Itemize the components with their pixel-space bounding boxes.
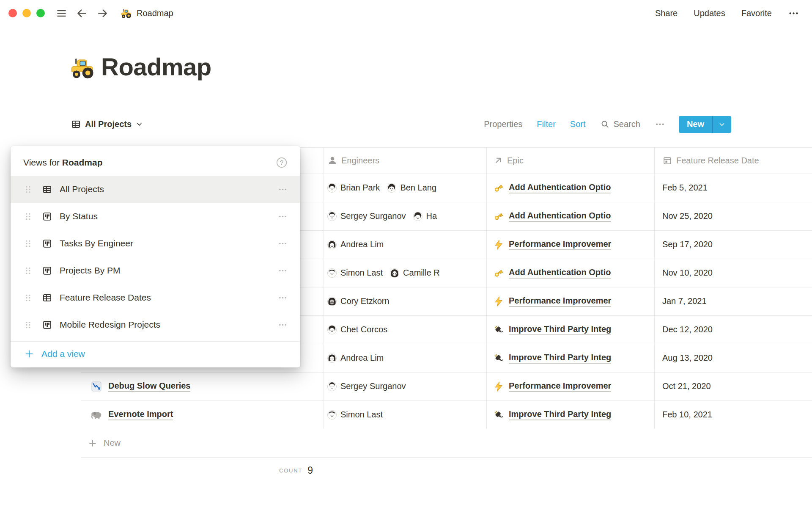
date-cell[interactable]: Dec 12, 2020 — [655, 316, 812, 344]
view-item-more-icon[interactable] — [278, 239, 288, 248]
view-item-more-icon[interactable] — [278, 320, 288, 330]
svg-text:?: ? — [280, 159, 283, 166]
new-button[interactable]: New — [679, 116, 731, 133]
engineers-cell[interactable]: Chet Corcos — [324, 316, 487, 344]
view-item-mobile-redesign-projects[interactable]: Mobile Redesign Projects — [11, 311, 300, 338]
back-arrow-icon[interactable] — [76, 7, 88, 19]
new-row-button[interactable]: New — [81, 429, 812, 458]
date-cell[interactable]: Feb 5, 2021 — [655, 174, 812, 202]
epic-cell[interactable]: Improve Third Party Integ — [487, 401, 655, 429]
engineers-cell[interactable]: Brian ParkBen Lang — [324, 174, 487, 202]
new-button-label[interactable]: New — [679, 116, 712, 133]
add-view-button[interactable]: Add a view — [11, 341, 300, 366]
engineers-cell[interactable]: Simon Last — [324, 401, 487, 429]
count-footer[interactable]: COUNT 9 — [81, 458, 324, 484]
engineers-cell[interactable]: Simon LastCamille R — [324, 259, 487, 287]
view-item-more-icon[interactable] — [278, 266, 288, 276]
date-cell[interactable]: Feb 10, 2021 — [655, 401, 812, 429]
search-button[interactable]: Search — [600, 119, 640, 129]
view-item-tasks-by-engineer[interactable]: Tasks By Engineer — [11, 230, 300, 257]
engineers-cell[interactable]: Andrea Lim — [324, 231, 487, 259]
date-value: Nov 25, 2020 — [662, 211, 713, 221]
date-cell[interactable]: Jan 7, 2021 — [655, 287, 812, 315]
properties-button[interactable]: Properties — [484, 119, 522, 129]
drag-handle-icon[interactable] — [23, 185, 33, 194]
drag-handle-icon[interactable] — [23, 239, 33, 248]
epic-cell[interactable]: Improve Third Party Integ — [487, 316, 655, 344]
epic-link[interactable]: Add Authentication Optio — [509, 211, 611, 222]
epic-cell[interactable]: Performance Improvemer — [487, 373, 655, 400]
minimize-window-button[interactable] — [22, 9, 31, 17]
drag-handle-icon[interactable] — [23, 293, 33, 303]
epic-cell[interactable]: Add Authentication Optio — [487, 174, 655, 202]
drag-handle-icon[interactable] — [23, 320, 33, 330]
view-item-feature-release-dates[interactable]: Feature Release Dates — [11, 284, 300, 311]
epic-link[interactable]: Improve Third Party Integ — [509, 409, 611, 420]
close-window-button[interactable] — [8, 9, 17, 17]
engineer-chip[interactable]: Chet Corcos — [327, 325, 387, 334]
more-options-icon[interactable] — [788, 8, 799, 19]
date-cell[interactable]: Aug 13, 2020 — [655, 344, 812, 372]
engineer-chip[interactable]: Andrea Lim — [327, 240, 384, 249]
view-item-more-icon[interactable] — [278, 212, 288, 221]
engineer-chip[interactable]: Simon Last — [327, 268, 383, 278]
view-item-more-icon[interactable] — [278, 293, 288, 303]
date-cell[interactable]: Nov 25, 2020 — [655, 202, 812, 230]
share-button[interactable]: Share — [655, 8, 678, 18]
project-cell[interactable]: Evernote Import — [81, 401, 324, 429]
engineer-chip[interactable]: Ha — [413, 211, 437, 221]
engineer-chip[interactable]: Simon Last — [327, 410, 383, 420]
project-link[interactable]: Evernote Import — [108, 409, 173, 420]
drag-handle-icon[interactable] — [23, 212, 33, 221]
view-item-by-status[interactable]: By Status — [11, 203, 300, 230]
epic-link[interactable]: Add Authentication Optio — [509, 268, 611, 279]
epic-link[interactable]: Add Authentication Optio — [509, 182, 611, 193]
epic-cell[interactable]: Add Authentication Optio — [487, 202, 655, 230]
epic-link[interactable]: Performance Improvemer — [509, 296, 611, 307]
breadcrumb[interactable]: Roadmap — [121, 8, 173, 19]
date-cell[interactable]: Oct 21, 2020 — [655, 373, 812, 400]
engineer-chip[interactable]: Cory Etzkorn — [327, 296, 390, 306]
updates-button[interactable]: Updates — [694, 8, 725, 18]
view-item-projects-by-pm[interactable]: Projects By PM — [11, 257, 300, 284]
engineer-chip[interactable]: Sergey Surganov — [327, 381, 406, 391]
view-item-all-projects[interactable]: All Projects — [11, 176, 300, 203]
engineers-cell[interactable]: Sergey Surganov — [324, 373, 487, 400]
epic-cell[interactable]: Add Authentication Optio — [487, 259, 655, 287]
zoom-window-button[interactable] — [36, 9, 45, 17]
date-cell[interactable]: Sep 17, 2020 — [655, 231, 812, 259]
date-cell[interactable]: Nov 10, 2020 — [655, 259, 812, 287]
project-cell[interactable]: Debug Slow Queries — [81, 373, 324, 400]
epic-link[interactable]: Improve Third Party Integ — [509, 353, 611, 364]
new-button-dropdown[interactable] — [713, 116, 731, 133]
epic-cell[interactable]: Improve Third Party Integ — [487, 344, 655, 372]
epic-link[interactable]: Improve Third Party Integ — [509, 324, 611, 335]
engineer-chip[interactable]: Camille R — [390, 268, 440, 278]
epic-link[interactable]: Performance Improvemer — [509, 381, 611, 392]
engineer-chip[interactable]: Brian Park — [327, 183, 380, 193]
page-title[interactable]: Roadmap — [101, 53, 211, 80]
epic-cell[interactable]: Performance Improvemer — [487, 287, 655, 315]
filter-button[interactable]: Filter — [537, 119, 555, 129]
column-header-date[interactable]: Feature Release Date — [655, 148, 812, 174]
toolbar-more-icon[interactable] — [655, 119, 665, 130]
question-circle-icon[interactable]: ? — [276, 157, 288, 168]
sort-button[interactable]: Sort — [570, 119, 586, 129]
epic-cell[interactable]: Performance Improvemer — [487, 231, 655, 259]
epic-link[interactable]: Performance Improvemer — [509, 239, 611, 250]
column-header-epic[interactable]: Epic — [487, 148, 655, 174]
hamburger-menu-icon[interactable] — [56, 8, 67, 19]
column-header-engineers[interactable]: Engineers — [324, 148, 487, 174]
engineer-chip[interactable]: Sergey Surganov — [327, 211, 406, 221]
engineers-cell[interactable]: Sergey SurganovHa — [324, 202, 487, 230]
engineer-chip[interactable]: Andrea Lim — [327, 353, 384, 363]
drag-handle-icon[interactable] — [23, 266, 33, 276]
engineer-chip[interactable]: Ben Lang — [387, 183, 436, 193]
engineers-cell[interactable]: Cory Etzkorn — [324, 287, 487, 315]
view-switcher[interactable]: All Projects — [71, 119, 143, 130]
view-item-more-icon[interactable] — [278, 185, 288, 194]
forward-arrow-icon[interactable] — [96, 7, 109, 19]
engineers-cell[interactable]: Andrea Lim — [324, 344, 487, 372]
project-link[interactable]: Debug Slow Queries — [108, 381, 190, 392]
favorite-button[interactable]: Favorite — [741, 8, 772, 18]
